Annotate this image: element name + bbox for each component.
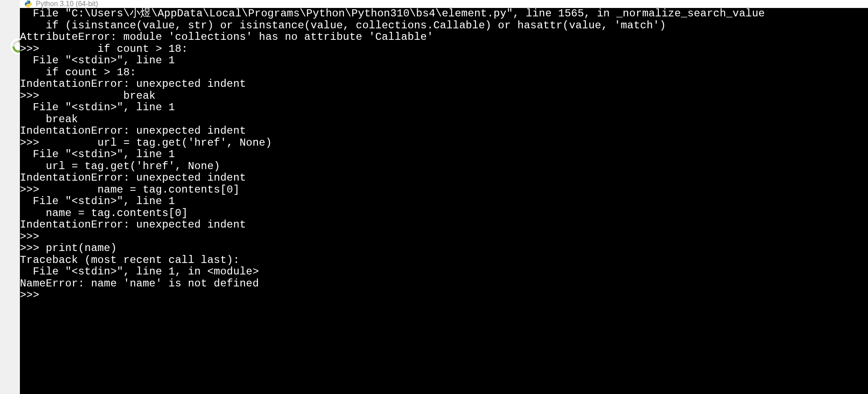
- terminal-line: File "<stdin>", line 1: [20, 102, 868, 114]
- terminal-line: >>> print(name): [20, 243, 868, 255]
- terminal-line: >>> name = tag.contents[0]: [20, 184, 868, 196]
- titlebar: Python 3.10 (64-bit): [20, 0, 868, 8]
- terminal-line: >>>: [20, 290, 868, 301]
- terminal-line: File "<stdin>", line 1, in <module>: [20, 266, 868, 278]
- terminal-line: >>> if count > 18:: [20, 43, 868, 55]
- terminal-line: AttributeError: module 'collections' has…: [20, 31, 868, 43]
- terminal-line: Traceback (most recent call last):: [20, 255, 868, 267]
- python-icon: [24, 0, 32, 8]
- terminal-line: >>> url = tag.get('href', None): [20, 137, 868, 149]
- terminal-line: IndentationError: unexpected indent: [20, 125, 868, 137]
- terminal-line: NameError: name 'name' is not defined: [20, 278, 868, 290]
- terminal-line: IndentationError: unexpected indent: [20, 219, 868, 231]
- terminal-output[interactable]: File "C:\Users\小煜\AppData\Local\Programs…: [20, 8, 868, 394]
- terminal-line: >>>: [20, 231, 868, 243]
- terminal-line: url = tag.get('href', None): [20, 161, 868, 173]
- terminal-line: if count > 18:: [20, 67, 868, 79]
- terminal-line: File "C:\Users\小煜\AppData\Local\Programs…: [20, 8, 868, 20]
- terminal-line: name = tag.contents[0]: [20, 208, 868, 220]
- terminal-line: File "<stdin>", line 1: [20, 149, 868, 161]
- terminal-line: if (isinstance(value, str) or isinstance…: [20, 20, 868, 32]
- terminal-line: File "<stdin>", line 1: [20, 196, 868, 208]
- terminal-line: IndentationError: unexpected indent: [20, 78, 868, 90]
- python-console-window: Python 3.10 (64-bit) File "C:\Users\小煜\A…: [20, 0, 868, 394]
- terminal-line: IndentationError: unexpected indent: [20, 172, 868, 184]
- terminal-line: break: [20, 114, 868, 126]
- window-title: Python 3.10 (64-bit): [36, 0, 98, 8]
- terminal-line: >>> break: [20, 90, 868, 102]
- terminal-line: File "<stdin>", line 1: [20, 55, 868, 67]
